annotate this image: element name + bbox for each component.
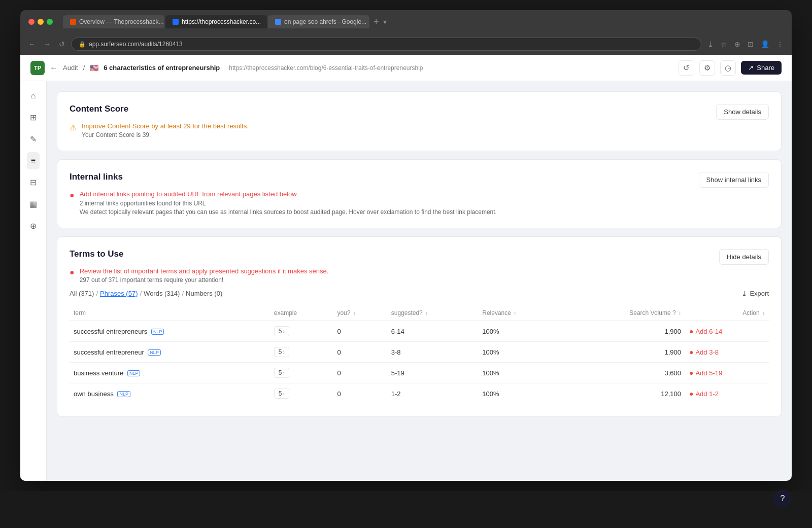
you-cell-2: 0: [333, 342, 387, 363]
tab2-close[interactable]: ✕: [266, 19, 267, 25]
internal-links-sub1: 2 internal links opportunities found for…: [80, 200, 497, 207]
col-relevance[interactable]: Relevance ↕: [478, 305, 564, 321]
address-bar-text: app.surferseo.com/audits/1260413: [89, 41, 183, 48]
relevance-cell-4: 100%: [478, 383, 564, 404]
action-cell-3[interactable]: ●Add 5-19: [685, 363, 769, 383]
share-label: Share: [757, 64, 774, 72]
you-cell-3: 0: [333, 363, 387, 383]
browser-toolbar: ← → ↺ 🔒 app.surferseo.com/audits/1260413…: [20, 33, 792, 55]
browser-tab-3[interactable]: on page seo ahrefs - Google... ✕: [268, 15, 369, 28]
example-cell-4[interactable]: 5 ›: [270, 383, 333, 404]
tab3-label: on page seo ahrefs - Google...: [284, 18, 366, 25]
table-row: business venture NLP 5 › 0 5-19 100% 3,6…: [70, 363, 769, 383]
tab3-favicon: [275, 19, 281, 25]
sidebar-item-analytics[interactable]: ▦: [25, 195, 41, 213]
content-score-header-row: Content Score ⚠ Improve Content Score by…: [70, 104, 769, 138]
action-cell-2[interactable]: ●Add 3-8: [685, 342, 769, 363]
browser-toolbar-actions: ⤓ ☆ ⊕ ⊡ 👤 ⋮: [705, 38, 786, 50]
back-nav-button[interactable]: ←: [26, 38, 38, 50]
terms-alert: ● Review the list of important terms and…: [70, 267, 328, 284]
show-internal-links-button[interactable]: Show internal links: [699, 172, 769, 188]
show-details-button[interactable]: Show details: [716, 104, 769, 120]
sidebar-item-dashboard[interactable]: ⊞: [26, 109, 41, 126]
sidebar-item-layers[interactable]: ⊕: [26, 217, 41, 235]
internal-links-card: Internal links ● Add internal links poin…: [57, 159, 782, 228]
address-bar[interactable]: 🔒 app.surferseo.com/audits/1260413: [71, 38, 701, 51]
action-cell-1[interactable]: ●Add 6-14: [685, 321, 769, 342]
table-row: own business NLP 5 › 0 1-2 100% 12,100: [70, 383, 769, 404]
content-score-title: Content Score: [70, 104, 249, 114]
browser-tab-2[interactable]: https://theprocesshacker.co... ✕: [165, 15, 267, 28]
refresh-button[interactable]: ↺: [679, 60, 694, 76]
reload-nav-button[interactable]: ↺: [57, 38, 67, 50]
menu-icon[interactable]: ⋮: [774, 38, 786, 50]
audit-url: https://theprocesshacker.com/blog/6-esse…: [229, 64, 423, 72]
app-container: TP ← Audit / 🇺🇸 6 characteristics of ent…: [20, 55, 792, 481]
internal-links-alert-text: Add internal links pointing to audited U…: [80, 190, 497, 198]
maximize-button[interactable]: [47, 19, 53, 25]
export-icon: ⤓: [741, 290, 747, 297]
col-term: term: [70, 305, 270, 321]
col-you[interactable]: you? ↕: [333, 305, 387, 321]
volume-cell-1: 1,900: [564, 321, 685, 342]
terms-title: Terms to Use: [70, 249, 328, 259]
download-icon[interactable]: ⤓: [705, 38, 716, 50]
filter-numbers[interactable]: Numbers (0): [186, 290, 222, 297]
content-score-left: Content Score ⚠ Improve Content Score by…: [70, 104, 249, 138]
export-button[interactable]: ⤓ Export: [741, 290, 769, 297]
minimize-button[interactable]: [38, 19, 44, 25]
app-back-button[interactable]: ←: [50, 63, 58, 73]
extensions-icon[interactable]: ⊕: [732, 38, 742, 50]
forward-nav-button[interactable]: →: [42, 38, 53, 50]
content-score-card: Content Score ⚠ Improve Content Score by…: [57, 91, 782, 151]
example-cell-2[interactable]: 5 ›: [270, 342, 333, 363]
split-view-icon[interactable]: ⊡: [746, 38, 756, 50]
share-button[interactable]: ↗ Share: [741, 61, 782, 75]
terms-filters: All (371) / Phrases (57) / Words (314) /…: [70, 290, 769, 297]
internal-links-sub2: We detect topically relevant pages that …: [80, 208, 497, 216]
tab-dropdown-button[interactable]: ▾: [383, 18, 387, 26]
col-example[interactable]: example: [270, 305, 333, 321]
internal-links-alert: ● Add internal links pointing to audited…: [70, 190, 497, 216]
col-search-volume[interactable]: Search Volume ? ↕: [564, 305, 685, 321]
example-cell-1[interactable]: 5 ›: [270, 321, 333, 342]
action-cell-4[interactable]: ●Add 1-2: [685, 383, 769, 404]
internal-links-alert-content: Add internal links pointing to audited U…: [80, 190, 497, 216]
settings-button[interactable]: ⚙: [699, 60, 715, 76]
traffic-lights: [28, 19, 53, 25]
content-score-alert-sub: Your Content Score is 39.: [82, 131, 249, 138]
sidebar-item-list[interactable]: ≡: [27, 152, 40, 169]
internal-links-title: Internal links: [70, 172, 497, 182]
browser-tab-1[interactable]: Overview — Theprocesshack... ✕: [63, 15, 164, 28]
hide-details-button[interactable]: Hide details: [719, 249, 769, 265]
terms-alert-text: Review the list of important terms and a…: [80, 267, 329, 275]
term-cell-1: successful entrepreneurs NLP: [70, 321, 270, 342]
col-action[interactable]: Action ↕: [685, 305, 769, 321]
history-button[interactable]: ◷: [720, 60, 736, 76]
help-button[interactable]: ?: [773, 489, 792, 491]
sidebar-item-table[interactable]: ⊟: [26, 173, 41, 191]
filter-phrases[interactable]: Phrases (57): [100, 290, 138, 297]
filter-words[interactable]: Words (314): [144, 290, 180, 297]
sidebar-item-editor[interactable]: ✎: [26, 130, 41, 148]
new-tab-button[interactable]: +: [370, 17, 382, 27]
close-button[interactable]: [28, 19, 35, 25]
content-score-alert: ⚠ Improve Content Score by at least 29 f…: [70, 122, 249, 138]
error-icon-links: ●: [70, 191, 75, 200]
example-cell-3[interactable]: 5 ›: [270, 363, 333, 383]
bookmark-icon[interactable]: ☆: [719, 38, 729, 50]
content-score-alert-content: Improve Content Score by at least 29 for…: [82, 122, 249, 138]
tab1-label: Overview — Theprocesshack...: [79, 18, 164, 25]
relevance-cell-3: 100%: [478, 363, 564, 383]
terms-header-row: Terms to Use ● Review the list of import…: [70, 249, 769, 284]
sidebar-item-home[interactable]: ⌂: [27, 87, 40, 104]
terms-table: term example you? ↕ suggested? ↕ Relevan…: [70, 305, 769, 404]
you-cell-1: 0: [333, 321, 387, 342]
main-layout: ⌂ ⊞ ✎ ≡ ⊟ ▦ ⊕ Content Score ⚠: [20, 81, 792, 481]
profile-icon[interactable]: 👤: [759, 38, 771, 50]
sidebar: ⌂ ⊞ ✎ ≡ ⊟ ▦ ⊕: [20, 81, 47, 481]
filter-all[interactable]: All (371): [70, 290, 94, 297]
col-suggested[interactable]: suggested? ↕: [387, 305, 479, 321]
internal-links-header-row: Internal links ● Add internal links poin…: [70, 172, 769, 216]
term-cell-4: own business NLP: [70, 383, 270, 404]
